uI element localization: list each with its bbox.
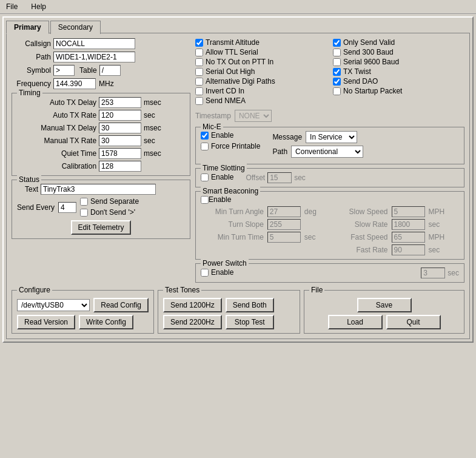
timestamp-select[interactable]: NONE HMS DHM (235, 110, 272, 122)
write-config-button[interactable]: Write Config (79, 315, 133, 329)
test-row1: Send 1200Hz Send Both (163, 298, 295, 312)
tabs: Primary Secondary (6, 20, 470, 33)
cb-alt-digi-label: Alternative Digi Paths (206, 77, 275, 86)
status-title: Status (17, 175, 41, 184)
bottom-panels: Configure /dev/ttyUSB0 /dev/ttyUSB1 /dev… (12, 290, 464, 334)
send-checkboxes: Send Separate Don't Send '>' (80, 197, 139, 218)
status-text-label: Text (17, 185, 38, 194)
cb-send-300-input[interactable] (333, 49, 341, 56)
callsign-input[interactable] (53, 38, 135, 49)
calibration-input[interactable] (99, 161, 141, 172)
frequency-label: Frequency (12, 79, 51, 88)
cb-only-send-valid-input[interactable] (333, 39, 341, 47)
mice-right: Message In Service Committed Special Pri… (272, 131, 363, 160)
frequency-unit: MHz (99, 79, 114, 88)
cb-allow-ttl-label: Allow TTL Serial (206, 48, 258, 56)
ps-enable-checkbox[interactable] (201, 269, 209, 277)
sb-enable-checkbox[interactable] (201, 196, 209, 204)
manual-tx-rate-label: Manual TX Rate (17, 136, 96, 145)
cb-allow-ttl-input[interactable] (195, 49, 203, 56)
load-quit-row: Load Quit (309, 315, 459, 329)
sb-slow-rate-unit: sec (429, 220, 459, 229)
tab-secondary[interactable]: Secondary (50, 21, 101, 34)
mice-enable-checkbox[interactable] (201, 132, 209, 140)
auto-tx-rate-input[interactable] (99, 110, 141, 121)
cb-send-dao-label: Send DAO (343, 77, 378, 86)
auto-tx-delay-input[interactable] (99, 97, 141, 108)
table-input[interactable] (99, 65, 121, 76)
cb-send-nmea-input[interactable] (195, 97, 203, 105)
sb-min-turn-time-label: Min Turn Time (201, 233, 264, 241)
auto-tx-rate-label: Auto TX Rate (17, 111, 96, 120)
timestamp-row: Timestamp NONE HMS DHM (195, 110, 464, 122)
send-both-button[interactable]: Send Both (226, 298, 274, 312)
configure-device-select[interactable]: /dev/ttyUSB0 /dev/ttyUSB1 /dev/ttyS0 /de… (17, 299, 90, 311)
dont-send-checkbox[interactable] (80, 209, 88, 217)
table-label: Table (79, 66, 97, 75)
status-group: Status Text Send Every Send Separa (12, 180, 190, 239)
manual-tx-delay-label: Manual TX Delay (17, 124, 96, 132)
mice-message-select[interactable]: In Service Committed Special Priority (306, 131, 357, 143)
send-1200hz-button[interactable]: Send 1200Hz (163, 298, 222, 312)
cb-tx-twist-input[interactable] (333, 68, 341, 76)
symbol-input[interactable] (53, 65, 75, 76)
cb-no-tx-out-input[interactable] (195, 58, 203, 66)
cb-send-dao-input[interactable] (333, 78, 341, 86)
auto-tx-delay-label: Auto TX Delay (17, 98, 96, 107)
callsign-row: Callsign (12, 38, 190, 49)
path-input[interactable] (53, 52, 135, 62)
quit-button[interactable]: Quit (386, 315, 441, 329)
cb-serial-out-high: Serial Out High (195, 67, 327, 76)
manual-tx-delay-input[interactable] (99, 123, 141, 133)
mice-message-label: Message (272, 133, 302, 141)
status-text-input[interactable] (41, 184, 156, 195)
power-switch-group: Power Switch Enable sec (195, 263, 464, 283)
mice-force-printable-label: Force Printable (211, 142, 260, 150)
cb-serial-9600-input[interactable] (333, 58, 341, 66)
frequency-row: Frequency MHz (12, 78, 190, 89)
cb-alt-digi-input[interactable] (195, 78, 203, 86)
manual-tx-rate-input[interactable] (99, 135, 141, 146)
mice-path-row: Path Conventional Wide1-1 Wide1-1,Wide2-… (272, 146, 363, 158)
tab-primary[interactable]: Primary (6, 21, 49, 34)
time-slotting-group: Time Slotting Enable Offset sec (195, 168, 464, 187)
file-title: File (309, 286, 324, 294)
frequency-input[interactable] (53, 78, 96, 89)
sb-slow-rate-label: Slow Rate (335, 220, 388, 229)
send-every-input[interactable] (58, 202, 76, 213)
quiet-time-input[interactable] (99, 148, 141, 159)
cb-serial-out-high-input[interactable] (195, 68, 203, 76)
cb-tx-twist-label: TX Twist (343, 67, 371, 76)
ts-enable-row: Enable (201, 173, 233, 181)
sb-title: Smart Beaconing (201, 187, 260, 195)
mice-path-select[interactable]: Conventional Wide1-1 Wide1-1,Wide2-1 (291, 146, 363, 158)
ts-enable-checkbox[interactable] (201, 173, 209, 181)
load-button[interactable]: Load (328, 315, 383, 329)
checkbox-col1: Transmit Altitude Allow TTL Serial No TX… (195, 38, 327, 106)
cb-no-startup-input[interactable] (333, 87, 341, 95)
test-tones-content: Send 1200Hz Send Both Send 2200Hz Stop T… (163, 298, 295, 329)
checkboxes-area: Transmit Altitude Allow TTL Serial No TX… (195, 38, 464, 106)
sb-fast-rate-input (392, 244, 425, 255)
save-button[interactable]: Save (357, 298, 412, 312)
read-config-button[interactable]: Read Config (93, 298, 149, 312)
menubar: File Help (0, 0, 476, 14)
main-left: Callsign Path Symbol Table Frequ (12, 38, 190, 286)
menu-file[interactable]: File (2, 1, 21, 12)
cb-transmit-altitude-input[interactable] (195, 39, 203, 47)
test-row2: Send 2200Hz Stop Test (163, 315, 295, 329)
status-text-row: Text (17, 184, 185, 195)
mice-force-printable-checkbox[interactable] (201, 143, 209, 150)
send-every-label: Send Every (17, 203, 55, 212)
smart-beaconing-group: Smart Beaconing Enable Min Turn Angle de… (195, 191, 464, 260)
edit-telemetry-button[interactable]: Edit Telemetry (71, 220, 132, 235)
send-2200hz-button[interactable]: Send 2200Hz (163, 315, 222, 329)
cb-transmit-altitude-label: Transmit Altitude (206, 38, 260, 47)
cb-invert-cd-input[interactable] (195, 87, 203, 95)
menu-help[interactable]: Help (27, 1, 50, 12)
stop-test-button[interactable]: Stop Test (226, 315, 274, 329)
read-version-button[interactable]: Read Version (17, 315, 75, 329)
send-separate-checkbox[interactable] (80, 198, 88, 206)
sb-fast-rate-unit: sec (429, 246, 459, 254)
timing-group: Timing Auto TX Delay msec Auto TX Rate s… (12, 93, 190, 176)
